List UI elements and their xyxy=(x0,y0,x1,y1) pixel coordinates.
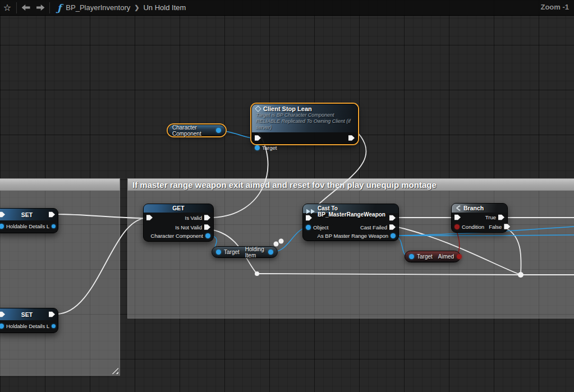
comment-resize-handle[interactable] xyxy=(111,367,118,374)
node-title: Cast To BP_MasterRangeWeapon xyxy=(318,205,395,218)
holdable-details-label: Holdable Details L xyxy=(6,323,49,329)
back-arrow-icon[interactable] xyxy=(19,0,33,16)
character-component-label: Character Component xyxy=(151,233,203,239)
false-pin-label: False xyxy=(489,224,502,230)
forward-arrow-icon[interactable] xyxy=(33,0,48,16)
is-not-valid-pin[interactable] xyxy=(204,224,210,230)
node-title: GET xyxy=(144,205,213,211)
is-not-valid-label: Is Not Valid xyxy=(175,224,202,230)
is-valid-label: Is Valid xyxy=(185,215,202,221)
output-pin[interactable] xyxy=(216,128,221,133)
breadcrumb-current[interactable]: Un Hold Item xyxy=(143,3,186,12)
node-branch[interactable]: Branch True Condition False xyxy=(451,203,508,233)
as-pin-label: As BP Master Range Weapon xyxy=(318,233,388,239)
is-valid-pin[interactable] xyxy=(204,215,210,221)
exec-out-pin[interactable] xyxy=(49,311,55,317)
breadcrumb-chevron-icon: ❯ xyxy=(134,4,139,11)
true-pin[interactable] xyxy=(498,214,504,220)
node-get-isvalid[interactable]: GET Is Valid Is Not Valid Character Comp… xyxy=(143,204,214,242)
breadcrumb-root[interactable]: BP_PlayerInventory xyxy=(66,3,130,12)
target-label: Target xyxy=(224,249,240,255)
node-client-stop-lean[interactable]: Client Stop Lean Target is BP Character … xyxy=(251,104,358,144)
holdable-details-label: Holdable Details L xyxy=(6,223,49,229)
holdable-details-in-pin[interactable] xyxy=(0,324,4,329)
node-title: SET xyxy=(5,211,49,218)
variable-label: Character Component xyxy=(172,124,213,137)
target-label: Target xyxy=(417,253,433,260)
node-holding-item-getter[interactable]: Target Holding Item xyxy=(212,246,278,258)
node-aimed-getter[interactable]: Target Aimed xyxy=(405,251,461,262)
node-set-holdable-details-top[interactable]: SET Holdable Details L xyxy=(0,208,58,233)
condition-pin[interactable] xyxy=(454,224,460,229)
function-graph-icon: ƒ xyxy=(57,2,61,13)
exec-in-pin[interactable] xyxy=(306,215,312,221)
character-component-pin[interactable] xyxy=(205,233,210,238)
node-title: Client Stop Lean xyxy=(263,105,312,112)
comment-box-main[interactable]: If master range weapon exit aimed and re… xyxy=(127,178,574,319)
zoom-level-indicator: Zoom -1 xyxy=(540,3,569,11)
node-character-component-getter[interactable]: Character Component xyxy=(168,124,226,136)
cast-icon xyxy=(306,209,315,214)
node-set-holdable-details-bottom[interactable]: SET Holdable Details L xyxy=(0,308,58,333)
condition-pin-label: Condition xyxy=(462,224,484,230)
branch-icon xyxy=(455,205,461,211)
object-pin[interactable] xyxy=(306,225,311,230)
node-cast-to-bp-masterrangeweapon[interactable]: Cast To BP_MasterRangeWeapon Object Cast… xyxy=(302,204,399,241)
toolbar-divider xyxy=(16,2,17,13)
node-subtitle-2: RELIABLE Replicated To Owning Client (if… xyxy=(256,118,353,131)
holdable-details-out-pin[interactable] xyxy=(52,224,56,228)
object-pin-label: Object xyxy=(313,224,328,230)
favorite-star-icon[interactable]: ☆ xyxy=(0,0,15,16)
true-pin-label: True xyxy=(485,214,496,220)
node-subtitle-1: Target is BP Character Component xyxy=(256,112,353,118)
graph-toolbar: ☆ ƒ BP_PlayerInventory ❯ Un Hold Item xyxy=(0,0,574,16)
exec-in-pin[interactable] xyxy=(255,135,261,141)
node-title: Branch xyxy=(463,205,484,211)
target-in-pin[interactable] xyxy=(409,254,414,259)
exec-out-pin[interactable] xyxy=(348,135,355,141)
toolbar-divider xyxy=(49,2,50,13)
blueprint-graph-canvas[interactable]: If master range weapon exit aimed and re… xyxy=(0,0,574,392)
aimed-label: Aimed xyxy=(438,253,454,260)
exec-in-pin[interactable] xyxy=(454,214,461,220)
exec-in-pin[interactable] xyxy=(0,211,5,218)
holdable-details-out-pin[interactable] xyxy=(52,324,56,328)
function-call-icon xyxy=(255,105,261,112)
target-pin[interactable] xyxy=(255,145,260,150)
target-pin-label: Target xyxy=(262,145,277,151)
target-in-pin[interactable] xyxy=(216,250,221,255)
comment-main-title[interactable]: If master range weapon exit aimed and re… xyxy=(127,178,574,191)
exec-in-pin[interactable] xyxy=(146,215,153,221)
cast-failed-pin[interactable] xyxy=(389,224,396,230)
holding-item-label: Holding Item xyxy=(245,246,265,259)
holding-item-out-pin[interactable] xyxy=(268,250,273,255)
exec-out-pin[interactable] xyxy=(49,211,55,218)
holdable-details-in-pin[interactable] xyxy=(0,224,4,229)
cast-failed-label: Cast Failed xyxy=(360,224,387,230)
comment-left-title[interactable] xyxy=(0,178,120,191)
as-bp-master-range-weapon-pin[interactable] xyxy=(391,233,396,238)
exec-in-pin[interactable] xyxy=(0,311,5,317)
node-title: SET xyxy=(5,311,49,318)
